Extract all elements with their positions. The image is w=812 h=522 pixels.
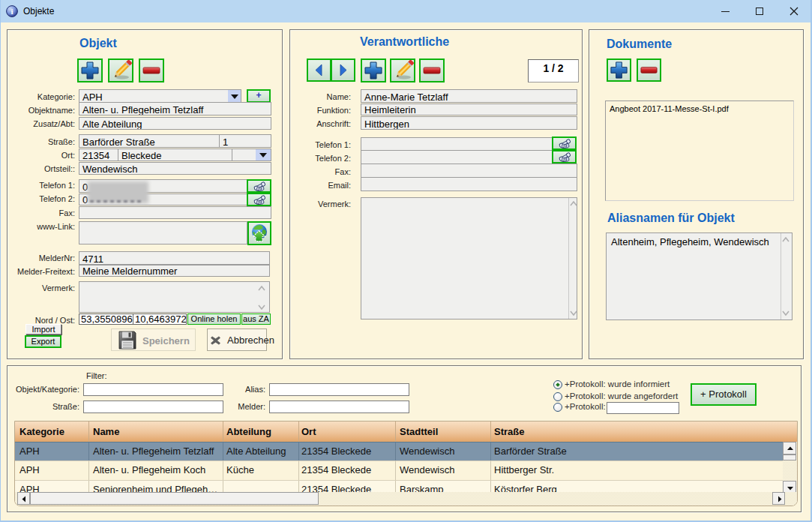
svg-text:i: i bbox=[10, 7, 13, 16]
